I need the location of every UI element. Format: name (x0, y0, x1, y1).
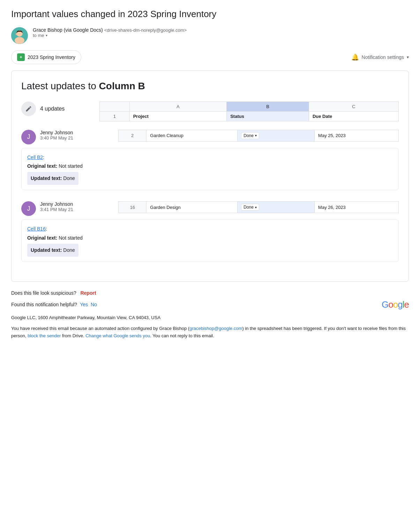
update-item: J Jenny Johnson 3:41 PM May 21 16 Garden… (21, 201, 399, 265)
avatar (11, 27, 28, 44)
notification-settings-chevron-icon: ▾ (407, 55, 409, 60)
update-row-area: J Jenny Johnson 3:40 PM May 21 2 Garden … (21, 130, 399, 144)
update-col-b: Done ▾ (238, 130, 315, 141)
notification-settings-label: Notification settings (362, 54, 404, 60)
update-user-info: Jenny Johnson 3:41 PM May 21 (40, 201, 110, 212)
header-row-num: 1 (100, 111, 130, 121)
update-spreadsheet-preview: 16 Garden Design Done ▾ May 26, 2023 (118, 201, 399, 213)
header-col-c-val: Due Date (309, 111, 398, 121)
update-item: J Jenny Johnson 3:40 PM May 21 2 Garden … (21, 130, 399, 193)
sender-row: Grace Bishop (via Google Docs) <drive-sh… (11, 27, 409, 44)
update-row-area: J Jenny Johnson 3:41 PM May 21 16 Garden… (21, 201, 399, 216)
bell-icon: 🔔 (351, 53, 359, 61)
updated-text-highlight: Updated text: Done (27, 244, 78, 257)
yes-link[interactable]: Yes (80, 302, 88, 307)
update-col-c: May 25, 2023 (315, 130, 399, 141)
status-badge-arrow-icon: ▾ (255, 134, 257, 137)
footer-note-3: ) in the spreadsheet has been triggered.… (242, 326, 397, 331)
status-badge[interactable]: Done ▾ (241, 132, 259, 139)
update-user-name: Jenny Johnson (40, 201, 110, 207)
card-title-bold: Column B (99, 81, 145, 91)
no-link[interactable]: No (91, 302, 97, 307)
updated-text-highlight: Updated text: Done (27, 172, 78, 185)
cell-link[interactable]: Cell B16 (27, 226, 46, 232)
footer-address: Google LLC, 1600 Amphitheater Parkway, M… (11, 315, 409, 320)
spreadsheet-header-preview: A B C 1 Project Status Due Date (99, 101, 399, 121)
user-avatar: J (21, 201, 36, 216)
update-row-num: 2 (119, 130, 147, 141)
helpful-text: Found this notification helpful? (11, 302, 77, 307)
cell-link[interactable]: Cell B2 (27, 155, 43, 160)
doc-link-row: + 2023 Spring Inventory 🔔 Notification s… (11, 50, 409, 64)
user-avatar: J (21, 130, 36, 144)
footer-section: Does this file look suspicious? Report F… (11, 290, 409, 340)
updates-meta: 4 updates (21, 101, 91, 116)
update-time: 3:40 PM May 21 (40, 135, 110, 141)
update-col-b: Done ▾ (238, 202, 315, 213)
google-logo: Google (382, 299, 409, 310)
doc-link-button[interactable]: + 2023 Spring Inventory (11, 50, 81, 64)
footer-note: You have received this email because an … (11, 325, 409, 340)
change-google-settings-link[interactable]: Change what Google sends you (85, 333, 150, 338)
sender-name-line: Grace Bishop (via Google Docs) <drive-sh… (33, 27, 187, 33)
update-table: 2 Garden Cleanup Done ▾ May 25, 2023 (118, 130, 399, 142)
svg-point-3 (16, 33, 17, 35)
grace-email-link[interactable]: gracebishop@google.com (189, 326, 242, 331)
to-me[interactable]: to me ▾ (33, 33, 187, 38)
update-col-c: May 26, 2023 (315, 202, 399, 213)
cell-ref-line: Cell B2: (27, 153, 393, 162)
block-sender-link[interactable]: block the sender (28, 333, 61, 338)
col-header-num (100, 101, 130, 111)
original-text-line: Original text: Not started (27, 234, 393, 242)
suspicious-row: Does this file look suspicious? Report (11, 290, 409, 296)
update-user-name: Jenny Johnson (40, 130, 110, 135)
card-title-prefix: Latest updates to (21, 81, 99, 91)
header-col-b-val: Status (227, 111, 309, 121)
updates-count: 4 updates (40, 106, 65, 112)
col-header-a: A (129, 101, 227, 111)
footer-note-6: from Drive. (62, 333, 84, 338)
svg-point-2 (15, 37, 24, 44)
original-text-line: Original text: Not started (27, 162, 393, 171)
footer-note-1: You have received this email because an … (11, 326, 187, 331)
updates-summary-row: 4 updates A B C 1 Project Status (21, 101, 399, 121)
email-card: Latest updates to Column B 4 updates A B… (11, 70, 409, 282)
sender-info: Grace Bishop (via Google Docs) <drive-sh… (33, 27, 187, 38)
update-user-col: J Jenny Johnson 3:40 PM May 21 (21, 130, 110, 144)
update-time: 3:41 PM May 21 (40, 207, 110, 212)
status-badge-arrow-icon: ▾ (255, 205, 257, 209)
to-me-chevron-icon: ▾ (46, 33, 47, 37)
update-table: 16 Garden Design Done ▾ May 26, 2023 (118, 201, 399, 213)
sender-email: <drive-shares-dm-noreply@google.com> (104, 28, 187, 33)
updated-text-line: Updated text: Done (27, 242, 393, 257)
report-link[interactable]: Report (80, 290, 96, 296)
update-col-a: Garden Cleanup (147, 130, 238, 141)
helpful-row: Found this notification helpful? Yes No … (11, 299, 409, 310)
update-user-info: Jenny Johnson 3:40 PM May 21 (40, 130, 110, 141)
update-detail: Cell B2: Original text: Not started Upda… (21, 148, 399, 190)
helpful-left: Found this notification helpful? Yes No (11, 302, 97, 307)
col-header-c: C (309, 101, 398, 111)
sender-name: Grace Bishop (via Google Docs) (33, 27, 103, 33)
suspicious-text: Does this file look suspicious? (11, 290, 76, 296)
notification-settings-button[interactable]: 🔔 Notification settings ▾ (351, 53, 409, 61)
status-badge[interactable]: Done ▾ (241, 204, 259, 211)
email-title: Important values changed in 2023 Spring … (11, 8, 409, 20)
updated-text-line: Updated text: Done (27, 171, 393, 185)
footer-note-8: . You can not reply to this email. (150, 333, 214, 338)
update-row-num: 16 (119, 202, 147, 213)
update-detail: Cell B16: Original text: Not started Upd… (21, 219, 399, 262)
sheets-icon: + (17, 53, 25, 61)
doc-link-label: 2023 Spring Inventory (28, 54, 75, 60)
update-spreadsheet-preview: 2 Garden Cleanup Done ▾ May 25, 2023 (118, 130, 399, 142)
update-user-col: J Jenny Johnson 3:41 PM May 21 (21, 201, 110, 216)
pencil-icon (21, 101, 36, 116)
header-col-a-val: Project (129, 111, 227, 121)
card-title: Latest updates to Column B (21, 81, 399, 92)
update-col-a: Garden Design (147, 202, 238, 213)
cell-ref-line: Cell B16: (27, 225, 393, 233)
spreadsheet-table: A B C 1 Project Status Due Date (99, 101, 399, 121)
col-header-b: B (227, 101, 309, 111)
